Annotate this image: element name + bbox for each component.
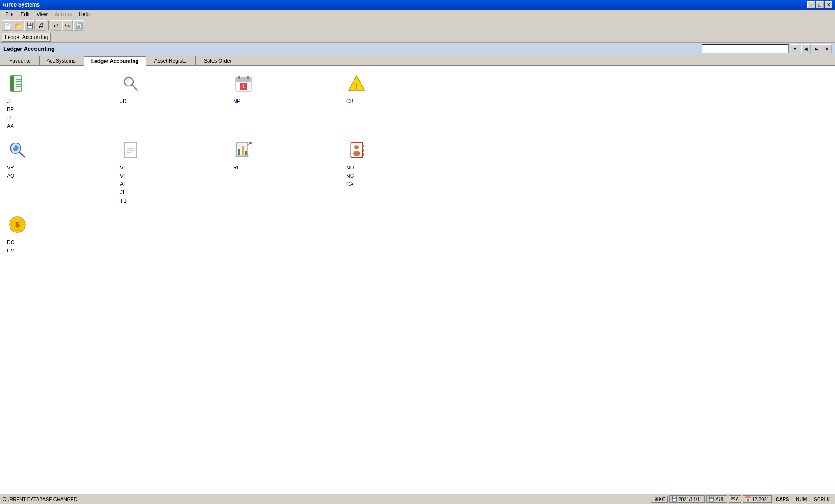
menu-jd[interactable]: JD <box>120 97 127 106</box>
menu-aq[interactable]: AQ <box>7 172 14 180</box>
svg-rect-11 <box>238 76 240 79</box>
status-bar: CURRENT DATABASE CHANGED 🖥 KC 💾 2021/11/… <box>0 494 835 504</box>
icon-group-np: 1 NP <box>233 73 320 131</box>
main-content: JE BP JI AA JD <box>0 66 835 504</box>
num-indicator: NUM <box>793 496 809 502</box>
menu-np[interactable]: NP <box>233 97 240 106</box>
tab-favourite[interactable]: Favourite <box>2 56 38 65</box>
icon-group-cb: ! CB <box>346 73 433 131</box>
toolbar: 📄 📂 💾 🖨 ↩ ↪ 🔄 <box>0 19 835 32</box>
save-icon: 💾 <box>671 496 678 502</box>
svg-rect-29 <box>242 146 244 155</box>
toolbar-refresh[interactable]: 🔄 <box>73 20 84 31</box>
search-magnifier-icon[interactable] <box>120 73 141 94</box>
tab-bar: Favourite AceSystems Ledger Accounting A… <box>0 55 835 66</box>
nav-buttons: ◀ ▶ ✕ <box>801 44 832 53</box>
app-title: ATree Systems <box>3 2 807 8</box>
breadcrumb-area: Ledger Accounting <box>0 32 835 43</box>
dollar-coin-icon[interactable]: $ <box>7 214 28 235</box>
menu-rd[interactable]: RD <box>233 164 240 172</box>
svg-text:!: ! <box>355 82 358 90</box>
close-button[interactable]: ✕ <box>825 1 832 8</box>
menu-dc[interactable]: DC <box>7 239 14 247</box>
svg-rect-1 <box>10 76 14 91</box>
icon-group-dc: $ DC CV <box>7 214 94 255</box>
restore-button[interactable]: □ <box>816 1 824 8</box>
status-datetime: 💾 2021/11/11 <box>669 495 705 503</box>
menu-cv[interactable]: CV <box>7 247 14 255</box>
menu-tb[interactable]: TB <box>120 197 127 206</box>
minimize-button[interactable]: – <box>807 1 815 8</box>
menu-al[interactable]: AL <box>120 180 127 189</box>
content-header: Ledger Accounting ▼ ◀ ▶ ✕ <box>0 43 835 55</box>
svg-line-7 <box>132 85 137 90</box>
toolbar-back[interactable]: ↩ <box>51 20 61 31</box>
menu-file[interactable]: File <box>2 10 17 18</box>
menu-ji[interactable]: JI <box>7 114 11 122</box>
svg-rect-39 <box>363 153 364 156</box>
status-period: 📅 12/2021 <box>743 495 772 503</box>
menu-edit[interactable]: Edit <box>17 10 33 18</box>
svg-rect-30 <box>245 151 247 155</box>
calendar-icon[interactable]: 1 <box>233 73 254 94</box>
menu-aa[interactable]: AA <box>7 123 14 131</box>
menu-actions: Actions <box>51 10 75 18</box>
svg-point-32 <box>249 142 252 144</box>
report-icon[interactable] <box>233 139 254 160</box>
svg-point-35 <box>354 145 359 149</box>
status-kc: 🖥 KC <box>651 496 668 503</box>
journal-icon[interactable] <box>7 73 28 94</box>
magnifier-blue-icon[interactable] <box>7 139 28 160</box>
svg-rect-28 <box>238 149 240 155</box>
search-area: ▼ ◀ ▶ ✕ <box>702 44 832 53</box>
toolbar-forward[interactable]: ↪ <box>62 20 73 31</box>
toolbar-new[interactable]: 📄 <box>2 20 12 31</box>
menu-ca[interactable]: CA <box>346 180 354 189</box>
icon-group-vl: VL VF AL JL TB <box>120 139 207 206</box>
tab-asset-register[interactable]: Asset Register <box>147 56 196 65</box>
document-icon[interactable] <box>120 139 141 160</box>
status-right: 🖥 KC 💾 2021/11/11 💾 AUL ✉ A 📅 12/2021 CA… <box>651 495 832 503</box>
toolbar-save[interactable]: 💾 <box>24 20 35 31</box>
calendar2-icon: 📅 <box>745 496 751 502</box>
nav-prev-button[interactable]: ◀ <box>801 44 811 53</box>
toolbar-open[interactable]: 📂 <box>13 20 23 31</box>
toolbar-print[interactable]: 🖨 <box>36 20 46 31</box>
contacts-book-icon[interactable] <box>346 139 367 160</box>
menu-cb[interactable]: CB <box>346 97 354 106</box>
svg-rect-38 <box>363 149 364 152</box>
menu-vr[interactable]: VR <box>7 164 14 172</box>
menu-vf[interactable]: VF <box>120 172 127 180</box>
save2-icon: 💾 <box>708 496 715 502</box>
section-row-1: JE BP JI AA JD <box>7 73 828 131</box>
window-controls: – □ ✕ <box>807 1 832 8</box>
tab-acesystems[interactable]: AceSystems <box>39 56 83 65</box>
icon-group-nd: ND NC CA <box>346 139 433 206</box>
menu-help[interactable]: Help <box>75 10 93 18</box>
svg-point-8 <box>126 79 129 82</box>
search-input[interactable] <box>702 44 789 53</box>
svg-point-20 <box>13 145 15 148</box>
status-message: CURRENT DATABASE CHANGED <box>3 497 77 502</box>
icon-group-rd: RD <box>233 139 320 206</box>
menu-je[interactable]: JE <box>7 97 13 106</box>
menu-view[interactable]: View <box>33 10 51 18</box>
search-dropdown-button[interactable]: ▼ <box>791 44 799 53</box>
nav-close-button[interactable]: ✕ <box>822 44 832 53</box>
section-row-3: $ DC CV <box>7 214 828 255</box>
nav-next-button[interactable]: ▶ <box>812 44 821 53</box>
warning-icon[interactable]: ! <box>346 73 367 94</box>
scrlk-indicator: SCRLK <box>811 496 832 502</box>
menu-nd[interactable]: ND <box>346 164 354 172</box>
menu-nc[interactable]: NC <box>346 172 354 180</box>
tab-sales-order[interactable]: Sales Order <box>197 56 239 65</box>
status-aul: 💾 AUL <box>706 495 727 503</box>
menu-jl[interactable]: JL <box>120 189 126 197</box>
icon-group-journals: JE BP JI AA <box>7 73 94 131</box>
tab-ledger-accounting[interactable]: Ledger Accounting <box>84 56 146 66</box>
icon-group-jd: JD <box>120 73 207 131</box>
menu-vl[interactable]: VL <box>120 164 127 172</box>
title-bar: ATree Systems – □ ✕ <box>0 0 835 10</box>
breadcrumb: Ledger Accounting <box>2 33 51 42</box>
menu-bp[interactable]: BP <box>7 106 14 114</box>
